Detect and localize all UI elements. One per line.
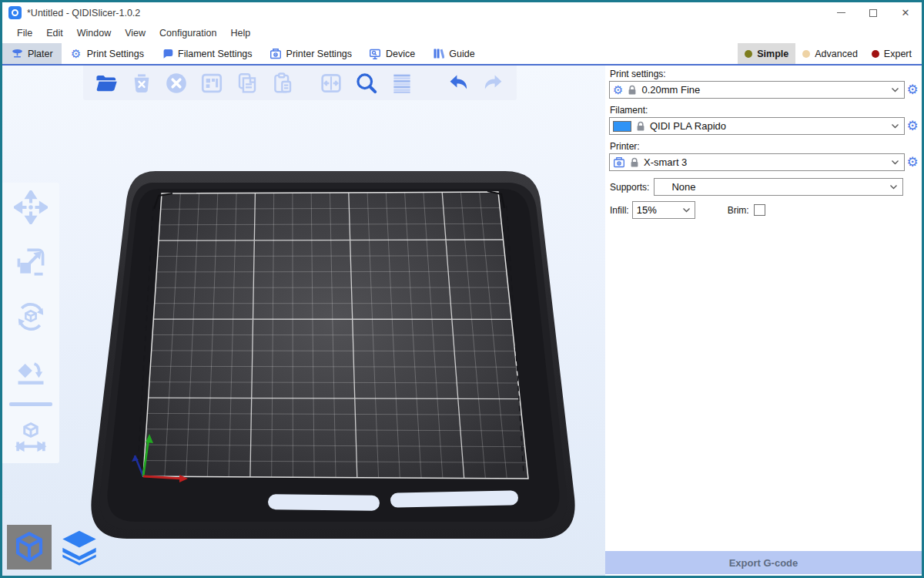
split-button[interactable] xyxy=(318,70,344,96)
place-on-face-button[interactable] xyxy=(14,355,48,388)
split-icon xyxy=(319,71,343,96)
close-icon: ✕ xyxy=(902,7,910,18)
minimize-icon xyxy=(837,12,845,14)
menu-edit[interactable]: Edit xyxy=(39,25,70,41)
chevron-down-icon xyxy=(891,87,899,92)
infill-combo[interactable]: 15% xyxy=(632,201,695,219)
minimize-button[interactable] xyxy=(825,2,857,23)
maximize-button[interactable] xyxy=(857,2,889,23)
export-gcode-button[interactable]: Export G-code xyxy=(605,551,922,574)
gear-icon: ⚙ xyxy=(906,119,918,133)
arrange-button[interactable] xyxy=(199,70,225,96)
flatten-icon xyxy=(14,355,48,388)
search-icon xyxy=(354,71,379,96)
gear-icon: ⚙ xyxy=(906,83,918,96)
mode-advanced[interactable]: Advanced xyxy=(795,43,865,64)
tab-label: Guide xyxy=(449,49,474,59)
expert-dot-icon xyxy=(872,50,879,58)
tab-device[interactable]: Device xyxy=(360,43,424,64)
menu-view[interactable]: View xyxy=(118,25,152,41)
move-button[interactable] xyxy=(14,190,48,224)
tab-filament-settings[interactable]: Filament Settings xyxy=(152,43,261,64)
filament-value: QIDI PLA Rapido xyxy=(650,120,726,132)
printer-label: Printer: xyxy=(610,141,922,152)
menu-file[interactable]: File xyxy=(10,25,39,41)
delete-icon xyxy=(129,71,154,96)
open-button[interactable] xyxy=(93,70,119,96)
viewport-3d[interactable] xyxy=(2,66,605,576)
variable-layer-height-button[interactable] xyxy=(389,70,415,96)
redo-button[interactable] xyxy=(480,70,507,96)
copy-button[interactable] xyxy=(234,70,260,96)
supports-combo[interactable]: None xyxy=(654,178,903,196)
app-window: *Untitled - QIDISlicer-1.0.2 ✕ File Edit… xyxy=(0,0,924,578)
export-gcode-label: Export G-code xyxy=(729,557,798,569)
plater-icon xyxy=(11,48,23,60)
printer-combo[interactable]: X-smart 3 xyxy=(609,153,905,171)
supports-label: Supports: xyxy=(610,182,649,193)
copy-icon xyxy=(235,71,259,96)
print-bed xyxy=(2,66,605,576)
infill-value: 15% xyxy=(637,204,657,216)
lock-icon xyxy=(628,85,637,96)
lock-icon xyxy=(636,121,645,132)
print-settings-value: 0.20mm Fine xyxy=(641,84,700,96)
mode-expert[interactable]: Expert xyxy=(865,43,919,64)
arrange-icon xyxy=(199,71,224,96)
window-title: *Untitled - QIDISlicer-1.0.2 xyxy=(27,8,140,18)
print-settings-combo[interactable]: ⚙ 0.20mm Fine xyxy=(609,81,905,99)
filament-combo[interactable]: QIDI PLA Rapido xyxy=(609,117,905,135)
mode-label: Advanced xyxy=(815,49,858,59)
tab-label: Plater xyxy=(28,49,53,59)
chevron-down-icon xyxy=(889,184,898,190)
undo-button[interactable] xyxy=(446,70,472,96)
scale-button[interactable] xyxy=(14,245,48,279)
tab-guide[interactable]: Guide xyxy=(424,43,483,64)
paste-button[interactable] xyxy=(270,70,296,96)
tab-plater[interactable]: Plater xyxy=(2,43,62,64)
tab-label: Device xyxy=(386,49,415,59)
tab-printer-settings[interactable]: Printer Settings xyxy=(261,43,360,64)
filament-color-swatch xyxy=(613,121,631,132)
undo-icon xyxy=(446,71,470,96)
editor-3d-view-button[interactable] xyxy=(7,525,52,570)
rotate-button[interactable] xyxy=(14,300,48,334)
tab-print-settings[interactable]: ⚙ Print Settings xyxy=(62,43,152,64)
title-bar: *Untitled - QIDISlicer-1.0.2 ✕ xyxy=(2,2,922,23)
menu-help[interactable]: Help xyxy=(223,25,257,41)
layers-icon xyxy=(390,71,414,96)
printer-icon xyxy=(270,48,282,60)
print-settings-gear-button[interactable]: ⚙ xyxy=(905,83,920,96)
gear-icon: ⚙ xyxy=(70,48,82,60)
tab-label: Filament Settings xyxy=(178,49,253,59)
menu-window[interactable]: Window xyxy=(70,25,118,41)
tab-label: Printer Settings xyxy=(286,49,352,59)
preview-view-button[interactable] xyxy=(57,525,102,570)
delete-button[interactable] xyxy=(129,70,155,96)
chevron-down-icon xyxy=(891,123,899,129)
guide-icon xyxy=(432,48,444,60)
measure-button[interactable] xyxy=(14,420,48,454)
view-toggles xyxy=(7,525,102,570)
toolbar-separator xyxy=(9,402,52,406)
infill-label: Infill: xyxy=(610,205,629,216)
brim-label: Brim: xyxy=(728,205,749,216)
delete-all-button[interactable] xyxy=(163,70,189,96)
mode-simple[interactable]: Simple xyxy=(738,43,795,64)
close-button[interactable]: ✕ xyxy=(889,2,922,23)
app-logo-icon xyxy=(8,6,22,19)
tab-bar: Plater ⚙ Print Settings Filament Setting… xyxy=(2,43,922,66)
left-toolbar xyxy=(2,183,59,463)
measure-icon xyxy=(14,420,48,454)
redo-icon xyxy=(481,71,506,96)
print-settings-label: Print settings: xyxy=(610,69,922,79)
search-button[interactable] xyxy=(353,70,380,96)
brim-checkbox[interactable] xyxy=(754,204,765,216)
paste-icon xyxy=(270,71,295,96)
filament-gear-button[interactable]: ⚙ xyxy=(905,119,920,133)
menu-configuration[interactable]: Configuration xyxy=(152,25,223,41)
rotate-icon xyxy=(14,300,48,334)
open-folder-icon xyxy=(94,71,119,96)
printer-gear-button[interactable]: ⚙ xyxy=(905,156,920,169)
gear-icon: ⚙ xyxy=(613,84,623,96)
